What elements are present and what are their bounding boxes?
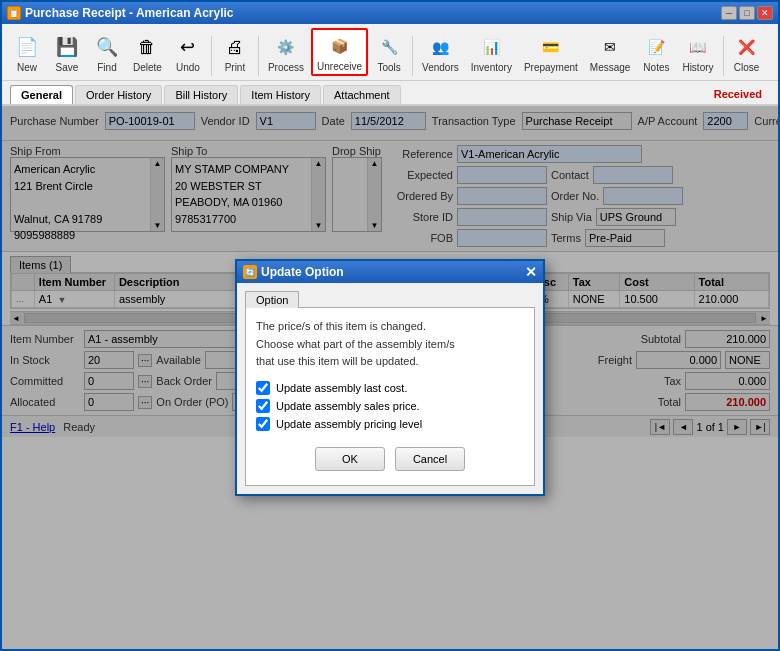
vendors-button[interactable]: 👥 Vendors <box>417 30 464 76</box>
sep3 <box>412 36 413 76</box>
tools-icon: 🔧 <box>375 33 403 61</box>
save-button[interactable]: 💾 Save <box>48 30 86 76</box>
tab-order-history[interactable]: Order History <box>75 85 162 104</box>
sep4 <box>723 36 724 76</box>
inventory-icon: 📊 <box>477 33 505 61</box>
delete-icon: 🗑 <box>133 33 161 61</box>
title-bar-left: 📋 Purchase Receipt - American Acrylic <box>7 6 234 20</box>
history-button[interactable]: 📖 History <box>677 30 718 76</box>
update-option-modal: 🔄 Update Option ✕ Option The price/s of … <box>235 259 545 496</box>
message-icon: ✉ <box>596 33 624 61</box>
main-content: Purchase Number Vendor ID Date Transacti… <box>2 106 778 649</box>
received-status: Received <box>706 85 770 104</box>
title-bar-controls: ─ □ ✕ <box>721 6 773 20</box>
undo-label: Undo <box>176 62 200 73</box>
notes-label: Notes <box>643 62 669 73</box>
prepayment-button[interactable]: 💳 Prepayment <box>519 30 583 76</box>
update-sales-price-label: Update assembly sales price. <box>276 400 420 412</box>
modal-overlay: 🔄 Update Option ✕ Option The price/s of … <box>2 106 778 649</box>
checkbox-row-3: Update assembly pricing level <box>256 417 524 431</box>
tab-item-history[interactable]: Item History <box>240 85 321 104</box>
modal-body: Option The price/s of this item is chang… <box>237 283 543 494</box>
sep2 <box>258 36 259 76</box>
inventory-button[interactable]: 📊 Inventory <box>466 30 517 76</box>
toolbar: 📄 New 💾 Save 🔍 Find 🗑 Delete ↩ Undo 🖨 Pr… <box>2 24 778 81</box>
notes-icon: 📝 <box>642 33 670 61</box>
process-label: Process <box>268 62 304 73</box>
find-button[interactable]: 🔍 Find <box>88 30 126 76</box>
history-icon: 📖 <box>684 33 712 61</box>
minimize-button[interactable]: ─ <box>721 6 737 20</box>
window-title: Purchase Receipt - American Acrylic <box>25 6 234 20</box>
print-icon: 🖨 <box>221 33 249 61</box>
unreceive-button[interactable]: 📦 Unreceive <box>311 28 368 76</box>
update-pricing-level-checkbox[interactable] <box>256 417 270 431</box>
print-button[interactable]: 🖨 Print <box>216 30 254 76</box>
delete-label: Delete <box>133 62 162 73</box>
save-icon: 💾 <box>53 33 81 61</box>
modal-buttons: OK Cancel <box>256 443 524 475</box>
window-icon: 📋 <box>7 6 21 20</box>
modal-cancel-button[interactable]: Cancel <box>395 447 465 471</box>
maximize-button[interactable]: □ <box>739 6 755 20</box>
delete-button[interactable]: 🗑 Delete <box>128 30 167 76</box>
update-last-cost-label: Update assembly last cost. <box>276 382 407 394</box>
notes-button[interactable]: 📝 Notes <box>637 30 675 76</box>
modal-icon: 🔄 <box>243 265 257 279</box>
process-button[interactable]: ⚙️ Process <box>263 30 309 76</box>
modal-close-button[interactable]: ✕ <box>525 264 537 280</box>
new-icon: 📄 <box>13 33 41 61</box>
modal-content: The price/s of this item is changed.Choo… <box>245 307 535 486</box>
modal-tab-option[interactable]: Option <box>245 291 299 308</box>
vendors-label: Vendors <box>422 62 459 73</box>
message-button[interactable]: ✉ Message <box>585 30 636 76</box>
modal-title-left: 🔄 Update Option <box>243 265 344 279</box>
tab-general[interactable]: General <box>10 85 73 104</box>
new-label: New <box>17 62 37 73</box>
save-label: Save <box>56 62 79 73</box>
vendors-icon: 👥 <box>426 33 454 61</box>
undo-icon: ↩ <box>174 33 202 61</box>
close-window-button[interactable]: ✕ <box>757 6 773 20</box>
prepayment-icon: 💳 <box>537 33 565 61</box>
inventory-label: Inventory <box>471 62 512 73</box>
sep1 <box>211 36 212 76</box>
modal-ok-button[interactable]: OK <box>315 447 385 471</box>
unreceive-icon: 📦 <box>326 32 354 60</box>
find-label: Find <box>97 62 116 73</box>
tab-bill-history[interactable]: Bill History <box>164 85 238 104</box>
tools-label: Tools <box>377 62 400 73</box>
modal-title-bar: 🔄 Update Option ✕ <box>237 261 543 283</box>
close-button[interactable]: ❌ Close <box>728 30 766 76</box>
new-button[interactable]: 📄 New <box>8 30 46 76</box>
main-window: 📋 Purchase Receipt - American Acrylic ─ … <box>0 0 780 651</box>
undo-button[interactable]: ↩ Undo <box>169 30 207 76</box>
modal-tabs: Option <box>245 291 535 308</box>
tab-attachment[interactable]: Attachment <box>323 85 401 104</box>
prepayment-label: Prepayment <box>524 62 578 73</box>
history-label: History <box>682 62 713 73</box>
close-icon: ❌ <box>733 33 761 61</box>
update-sales-price-checkbox[interactable] <box>256 399 270 413</box>
unreceive-label: Unreceive <box>317 61 362 72</box>
modal-message: The price/s of this item is changed.Choo… <box>256 318 524 371</box>
modal-title-text: Update Option <box>261 265 344 279</box>
process-icon: ⚙️ <box>272 33 300 61</box>
tabs-bar: General Order History Bill History Item … <box>2 81 778 106</box>
checkbox-row-1: Update assembly last cost. <box>256 381 524 395</box>
checkbox-row-2: Update assembly sales price. <box>256 399 524 413</box>
update-last-cost-checkbox[interactable] <box>256 381 270 395</box>
title-bar: 📋 Purchase Receipt - American Acrylic ─ … <box>2 2 778 24</box>
tools-button[interactable]: 🔧 Tools <box>370 30 408 76</box>
find-icon: 🔍 <box>93 33 121 61</box>
update-pricing-level-label: Update assembly pricing level <box>276 418 422 430</box>
close-label: Close <box>734 62 760 73</box>
message-label: Message <box>590 62 631 73</box>
print-label: Print <box>225 62 246 73</box>
